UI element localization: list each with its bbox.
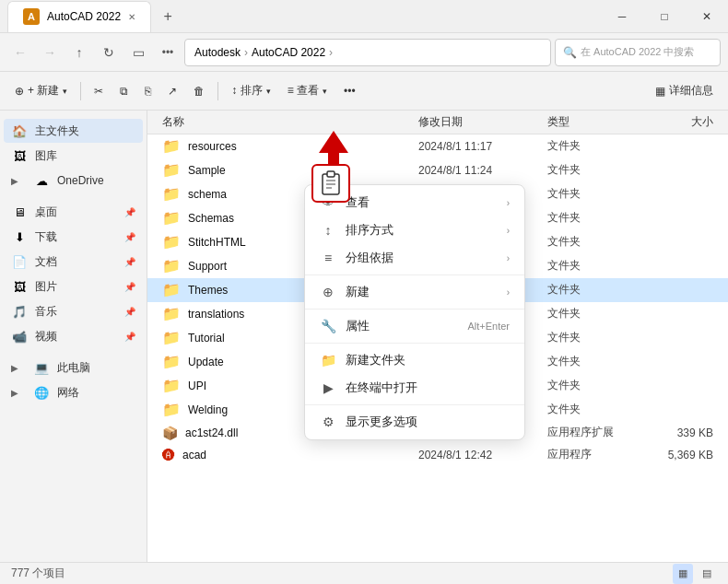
more-button[interactable]: ••• — [336, 76, 363, 106]
address-path[interactable]: Autodesk › AutoCAD 2022 › — [184, 39, 551, 66]
menu-item-terminal[interactable]: ▶ 在终端中打开 — [305, 374, 524, 402]
new-button[interactable]: ⊕ + 新建 ▾ — [7, 76, 75, 106]
sidebar-item-pictures[interactable]: 🖼 图片 📌 — [4, 274, 143, 298]
menu-label-sort: 排序方式 — [346, 222, 498, 239]
sidebar-item-onedrive[interactable]: ▶ ☁ OneDrive — [4, 169, 143, 193]
detail-icon: ▦ — [655, 85, 665, 98]
view-button[interactable]: ≡ 查看 ▾ — [280, 76, 335, 106]
grid-view-button[interactable]: ▦ — [673, 564, 693, 584]
sidebar-item-desktop[interactable]: 🖥 桌面 📌 — [4, 200, 143, 224]
table-row[interactable]: 📁 resources 2024/8/1 11:17 文件夹 — [147, 134, 728, 158]
menu-arrow-sort: › — [507, 226, 510, 236]
menu-arrow-group: › — [507, 253, 510, 263]
search-icon: 🔍 — [563, 46, 577, 59]
folder-icon: 📁 — [162, 233, 181, 251]
title-bar-left: A AutoCAD 2022 ✕ + — [0, 1, 601, 32]
menu-item-new[interactable]: ⊕ 新建 › — [305, 278, 524, 306]
col-size[interactable]: 大小 — [640, 114, 713, 130]
menu-label-props: 属性 — [346, 318, 458, 334]
download-icon: ⬇ — [11, 228, 28, 245]
menu-item-view[interactable]: 👁 查看 › — [305, 189, 524, 216]
menu-item-props[interactable]: 🔧 属性 Alt+Enter — [305, 312, 524, 340]
menu-label-newfolder: 新建文件夹 — [346, 352, 510, 368]
sidebar-label-videos: 视频 — [35, 329, 117, 345]
file-type: 文件夹 — [547, 186, 640, 202]
sort-button[interactable]: ↕ 排序 ▾ — [224, 76, 277, 106]
detail-label: 详细信息 — [669, 83, 713, 99]
folder-icon: 📁 — [162, 353, 181, 370]
menu-item-newfolder[interactable]: 📁 新建文件夹 — [305, 346, 524, 374]
new-dropdown-icon: ▾ — [63, 87, 67, 96]
more-nav-button[interactable]: ••• — [155, 40, 181, 65]
path-part-autodesk: Autodesk — [194, 46, 241, 59]
menu-label-moreoptions: 显示更多选项 — [346, 414, 510, 430]
folder-icon: 📁 — [162, 329, 181, 346]
expand-icon-thispc: ▶ — [11, 363, 26, 373]
menu-icon-group: ≡ — [320, 250, 336, 266]
search-placeholder: 在 AutoCAD 2022 中搜索 — [581, 45, 695, 59]
list-view-button[interactable]: ▤ — [697, 564, 717, 584]
file-type: 文件夹 — [547, 162, 640, 178]
col-name[interactable]: 名称 — [162, 114, 418, 130]
share-icon: ↗ — [168, 85, 177, 98]
refresh-button[interactable]: ↻ — [96, 40, 122, 65]
copy-icon: ⧉ — [120, 85, 128, 98]
share-button[interactable]: ↗ — [160, 76, 184, 106]
menu-label-group: 分组依据 — [346, 250, 498, 266]
sidebar-item-documents[interactable]: 📄 文档 📌 — [4, 250, 143, 274]
col-type[interactable]: 类型 — [547, 114, 640, 130]
menu-icon-sort: ↕ — [320, 222, 336, 239]
back-button[interactable]: ← — [7, 40, 33, 65]
item-count: 777 个项目 — [11, 566, 65, 581]
file-type: 文件夹 — [547, 402, 640, 417]
menu-item-moreoptions[interactable]: ⚙ 显示更多选项 — [305, 408, 524, 436]
dll-icon: 📦 — [162, 426, 178, 440]
sidebar-item-videos[interactable]: 📹 视频 📌 — [4, 324, 143, 348]
sidebar-item-gallery[interactable]: 🖼 图库 — [4, 144, 143, 168]
detail-button[interactable]: ▦ 详细信息 — [648, 76, 721, 106]
file-type: 文件夹 — [547, 138, 640, 154]
col-date[interactable]: 修改日期 — [418, 114, 547, 130]
minimize-button[interactable]: ─ — [601, 0, 643, 33]
sidebar-item-thispc[interactable]: ▶ 💻 此电脑 — [4, 356, 143, 380]
expand-icon-network: ▶ — [11, 388, 26, 398]
address-bar: ← → ↑ ↻ ▭ ••• Autodesk › AutoCAD 2022 › … — [0, 33, 728, 72]
file-type: 文件夹 — [547, 234, 640, 250]
folder-icon: 📁 — [162, 185, 181, 203]
sidebar-item-music[interactable]: 🎵 音乐 📌 — [4, 299, 143, 323]
sidebar-label-gallery: 图库 — [35, 148, 135, 164]
table-row[interactable]: 📁 Sample 2024/8/1 11:24 文件夹 — [147, 158, 728, 182]
menu-separator — [305, 274, 524, 275]
path-sep-2: › — [329, 46, 333, 59]
toolbar-sep-1 — [80, 82, 81, 100]
view-arrow: ▾ — [323, 87, 327, 96]
tab-close-icon[interactable]: ✕ — [128, 12, 135, 22]
music-icon: 🎵 — [11, 303, 28, 320]
onedrive-icon: ☁ — [33, 172, 50, 189]
delete-button[interactable]: 🗑 — [186, 76, 212, 106]
pin-icon-music: 📌 — [124, 307, 135, 317]
gallery-icon: 🖼 — [11, 147, 28, 164]
cut-button[interactable]: ✂ — [87, 76, 111, 106]
main-tab[interactable]: A AutoCAD 2022 ✕ — [7, 1, 151, 32]
sidebar-label-download: 下载 — [35, 229, 117, 245]
maximize-button[interactable]: □ — [643, 0, 686, 33]
copy-button[interactable]: ⧉ — [112, 76, 135, 106]
file-type: 文件夹 — [547, 258, 640, 274]
search-box[interactable]: 🔍 在 AutoCAD 2022 中搜索 — [555, 39, 721, 66]
up-button[interactable]: ↑ — [66, 40, 92, 65]
sidebar-item-home[interactable]: 🏠 主文件夹 — [4, 119, 143, 143]
table-row[interactable]: 🅐 acad 2024/8/1 12:42 应用程序 5,369 KB — [147, 444, 728, 466]
close-button[interactable]: ✕ — [686, 0, 728, 33]
menu-item-group[interactable]: ≡ 分组依据 › — [305, 244, 524, 272]
menu-item-sort[interactable]: ↕ 排序方式 › — [305, 216, 524, 244]
menu-label-terminal: 在终端中打开 — [346, 380, 510, 396]
file-size: 339 KB — [640, 426, 713, 439]
new-tab-button[interactable]: + — [155, 4, 181, 29]
sidebar-item-download[interactable]: ⬇ 下载 📌 — [4, 225, 143, 249]
sidebar-label-onedrive: OneDrive — [57, 174, 135, 187]
forward-button[interactable]: → — [37, 40, 63, 65]
cut-icon: ✂ — [94, 85, 103, 98]
paste-button[interactable]: ⎘ — [137, 76, 159, 106]
sidebar-item-network[interactable]: ▶ 🌐 网络 — [4, 380, 143, 404]
